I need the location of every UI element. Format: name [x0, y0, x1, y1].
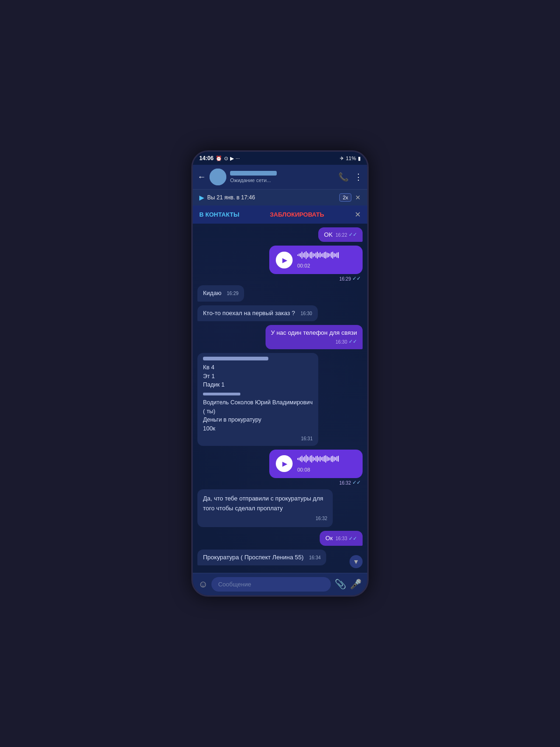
message-text: OK — [324, 231, 333, 239]
message-time: 16:30 — [301, 310, 312, 317]
message-time: 16:33 — [336, 536, 347, 542]
tick-icon: ✓✓ — [349, 231, 357, 238]
status-time: 14:06 — [199, 155, 214, 162]
waveform — [297, 250, 356, 260]
table-row: У нас один телефон для связи 16:30 ✓✓ — [197, 325, 363, 349]
voice-message-outgoing-2[interactable]: ▶ 00:08 — [269, 450, 363, 478]
message-bubble-incoming: Кто-то поехал на первый заказ ? 16:30 — [197, 305, 318, 321]
message-time: 16:32 — [315, 515, 327, 522]
message-bubble-ok: Ок 16:33 ✓✓ — [320, 531, 363, 545]
status-left: 14:06 ⏰ ⊙ ▶ ··· — [199, 155, 240, 162]
message-time: 16:29 — [339, 276, 351, 282]
message-text: Ок — [325, 534, 333, 543]
tick-icon: ✓✓ — [349, 338, 357, 345]
microphone-button[interactable]: 🎤 — [350, 578, 362, 590]
tick-icon: ✓✓ — [349, 535, 357, 542]
scroll-down-button[interactable]: ▼ — [350, 555, 363, 568]
input-bar: ☺ 📎 🎤 — [193, 573, 367, 595]
blurred-address-line — [203, 357, 268, 360]
message-bubble-outgoing: У нас один телефон для связи 16:30 ✓✓ — [266, 325, 363, 349]
message-bubble-incoming-long: Да, что тебе отправили с прокуратуры для… — [197, 489, 333, 528]
emoji-button[interactable]: ☺ — [198, 579, 208, 590]
table-row: Кидаю 16:29 — [197, 285, 363, 301]
notification-bar: ▶ Вы 21 янв. в 17:46 2x ✕ — [193, 190, 367, 205]
youtube-icon: ▶ — [230, 155, 234, 162]
menu-icon[interactable]: ⋮ — [354, 172, 363, 182]
battery-percent: 11% — [346, 155, 356, 161]
table-row: Ок 16:33 ✓✓ — [197, 531, 363, 545]
chevron-down-icon: ▼ — [353, 558, 359, 565]
status-right: ✈ 11% ▮ — [340, 155, 361, 162]
message-text: Кидаю — [203, 289, 221, 296]
phone-frame: 14:06 ⏰ ⊙ ▶ ··· ✈ 11% ▮ ← Ожидание сети.… — [191, 150, 369, 597]
messages-area[interactable]: OK 16:22 ✓✓ ▶ 00:02 — [193, 224, 367, 573]
message-text: У нас один телефон для связи — [271, 329, 357, 336]
message-input[interactable] — [211, 577, 331, 592]
battery-icon: ▮ — [358, 155, 361, 162]
play-button[interactable]: ▶ — [276, 455, 293, 472]
connection-status: Ожидание сети... — [230, 177, 335, 183]
message-text: Кто-то поехал на первый заказ ? — [203, 310, 295, 317]
table-row: Прокуратура ( Проспект Ленина 55) 16:34 — [197, 550, 363, 565]
voice-duration: 00:08 — [297, 467, 310, 472]
back-button[interactable]: ← — [197, 172, 206, 182]
message-time: 16:31 — [301, 435, 313, 442]
action-bar: В КОНТАКТЫ ЗАБЛОКИРОВАТЬ ✕ — [193, 205, 367, 224]
alarm-icon: ⏰ — [216, 155, 222, 162]
table-row: ▶ 00:08 16:32 ✓✓ — [197, 450, 363, 486]
tick-icon: ✓✓ — [352, 275, 361, 282]
message-bubble-prokuratura: Прокуратура ( Проспект Ленина 55) 16:34 — [197, 550, 326, 565]
airplane-icon: ✈ — [340, 155, 344, 162]
voice-duration: 00:02 — [297, 263, 310, 268]
waveform — [297, 454, 356, 464]
message-text: Прокуратура ( Проспект Ленина 55) — [203, 554, 304, 561]
voice-message-outgoing-1[interactable]: ▶ 00:02 — [269, 246, 363, 274]
tick-icon: ✓✓ — [352, 479, 361, 486]
message-time: 16:30 — [336, 339, 347, 345]
message-time: 16:32 — [339, 480, 351, 486]
screen-record-icon: ⊙ — [224, 155, 228, 162]
avatar — [210, 169, 226, 185]
notif-close-icon[interactable]: ✕ — [355, 194, 361, 201]
action-bar-close-icon[interactable]: ✕ — [355, 210, 361, 219]
header-info: Ожидание сети... — [230, 171, 335, 183]
table-row: Кв 4 Эт 1 Падик 1 Водитель Соколов Юрий … — [197, 353, 363, 446]
speed-badge[interactable]: 2x — [339, 193, 351, 202]
message-bubble-ok-top: OK 16:22 ✓✓ — [318, 227, 363, 242]
attach-button[interactable]: 📎 — [335, 578, 346, 590]
voice-info: 00:02 — [297, 250, 356, 269]
voice-info: 00:08 — [297, 454, 356, 473]
add-to-contacts-button[interactable]: В КОНТАКТЫ — [199, 211, 239, 218]
table-row: ▶ 00:02 16:29 ✓✓ — [197, 246, 363, 282]
play-button[interactable]: ▶ — [276, 252, 293, 268]
message-time: 16:29 — [227, 290, 238, 297]
message-text: Кв 4 Эт 1 Падик 1 Водитель Соколов Юрий … — [203, 363, 313, 433]
message-time: 16:34 — [309, 555, 321, 561]
table-row: Да, что тебе отправили с прокуратуры для… — [197, 489, 363, 528]
notif-left: ▶ Вы 21 янв. в 17:46 — [199, 194, 255, 201]
contact-name-blurred — [230, 171, 277, 176]
dots-icon: ··· — [236, 155, 240, 161]
message-text: Да, что тебе отправили с прокуратуры для… — [203, 495, 323, 512]
header-icons: 📞 ⋮ — [338, 172, 363, 182]
table-row: Кто-то поехал на первый заказ ? 16:30 — [197, 305, 363, 321]
call-icon[interactable]: 📞 — [338, 172, 349, 182]
play-icon[interactable]: ▶ — [199, 194, 204, 201]
block-button[interactable]: ЗАБЛОКИРОВАТЬ — [270, 211, 324, 218]
table-row: OK 16:22 ✓✓ — [197, 227, 363, 242]
info-message-bubble: Кв 4 Эт 1 Падик 1 Водитель Соколов Юрий … — [197, 353, 318, 446]
message-bubble-incoming: Кидаю 16:29 — [197, 285, 244, 301]
msg-preview: Вы 21 янв. в 17:46 — [207, 194, 255, 201]
message-time: 16:22 — [336, 232, 347, 239]
status-bar: 14:06 ⏰ ⊙ ▶ ··· ✈ 11% ▮ — [193, 152, 367, 165]
chat-header: ← Ожидание сети... 📞 ⋮ — [193, 165, 367, 190]
